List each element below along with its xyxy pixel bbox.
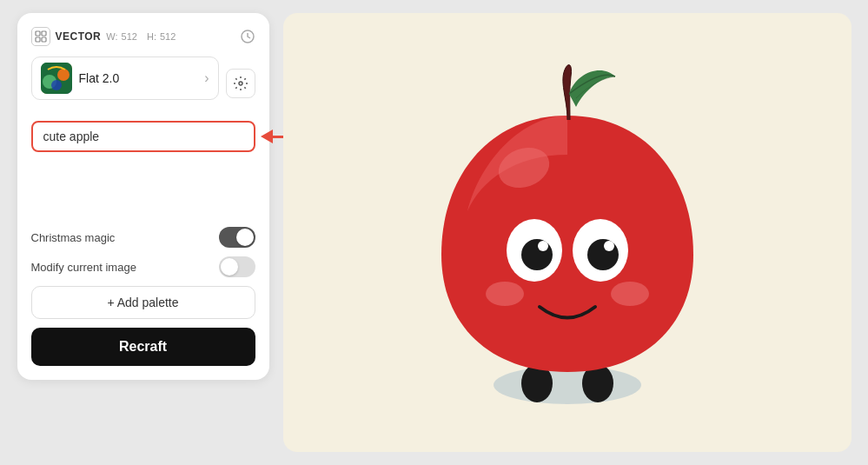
svg-point-19 [604, 241, 614, 251]
snowflake-icon: ❄ [243, 232, 251, 243]
apple-svg-illustration [402, 46, 732, 420]
panel-type-label: VECTOR [56, 30, 102, 43]
apple-image [283, 13, 851, 452]
style-name-label: Flat 2.0 [79, 71, 198, 85]
height-label: H: [147, 31, 156, 42]
svg-point-18 [538, 241, 548, 251]
toggle-knob-off [221, 258, 238, 276]
christmas-magic-row: Christmas magic ❄ [31, 227, 255, 248]
height-value: 512 [160, 31, 176, 42]
recraft-button[interactable]: Recraft [31, 328, 255, 366]
style-selector[interactable]: Flat 2.0 › [31, 56, 219, 100]
vector-icon [31, 27, 50, 46]
svg-rect-0 [36, 31, 40, 36]
panel-title-area: VECTOR W:512 H:512 [31, 27, 176, 46]
arrow-head-icon [261, 130, 273, 143]
svg-rect-2 [36, 37, 40, 42]
modify-current-row: Modify current image [31, 256, 255, 277]
christmas-magic-toggle[interactable]: ❄ [219, 227, 255, 248]
christmas-magic-label: Christmas magic [31, 231, 116, 244]
modify-current-toggle[interactable] [219, 256, 255, 277]
svg-point-20 [486, 282, 524, 306]
chevron-right-icon: › [204, 70, 209, 86]
svg-point-21 [611, 282, 649, 306]
svg-rect-1 [42, 31, 46, 36]
svg-rect-3 [42, 37, 46, 42]
svg-point-8 [51, 80, 62, 90]
settings-button[interactable] [226, 69, 255, 98]
panel-header: VECTOR W:512 H:512 [31, 27, 255, 46]
prompt-input[interactable] [31, 121, 255, 152]
empty-area [31, 166, 255, 227]
svg-point-9 [239, 82, 242, 85]
add-palette-button[interactable]: + Add palette [31, 286, 255, 319]
svg-point-16 [521, 239, 553, 270]
dimensions-display: W:512 H:512 [106, 31, 176, 42]
image-preview-panel [283, 13, 851, 452]
left-panel: VECTOR W:512 H:512 [17, 13, 269, 380]
width-value: 512 [122, 31, 137, 42]
svg-point-17 [587, 239, 619, 270]
width-label: W: [106, 31, 117, 42]
modify-current-label: Modify current image [31, 261, 136, 274]
style-thumbnail [41, 63, 72, 94]
history-icon[interactable] [240, 29, 255, 44]
svg-point-7 [57, 69, 70, 81]
prompt-input-wrapper [31, 121, 255, 152]
